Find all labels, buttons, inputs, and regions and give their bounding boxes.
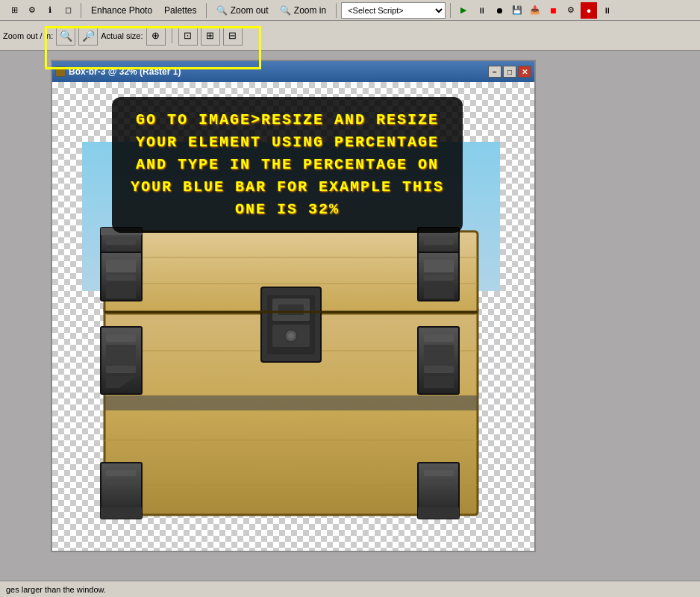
svg-rect-45 (278, 304, 304, 315)
actual-size-label: Actual size: (101, 31, 143, 40)
svg-rect-30 (424, 334, 454, 342)
pause2-button[interactable]: ⏸ (599, 2, 615, 19)
svg-rect-27 (106, 366, 136, 373)
close-button[interactable]: ✕ (518, 66, 531, 78)
menu-zoom-out[interactable]: 🔍 Zoom out (211, 3, 273, 18)
fit2-btn[interactable]: ⊞ (201, 26, 220, 46)
menu-enhance-photo[interactable]: Enhance Photo (86, 3, 157, 18)
minimize-button[interactable]: − (488, 66, 501, 78)
instruction-text: GO TO IMAGE>RESIZE AND RESIZE YOUR ELEME… (127, 109, 448, 221)
zoom-in-btn[interactable]: 🔎 (78, 26, 98, 46)
svg-marker-41 (424, 282, 454, 298)
main-area: Box-br-3 @ 32% (Raster 1) − □ ✕ (0, 51, 700, 581)
toolbar-sep (172, 28, 172, 43)
document-titlebar: Box-br-3 @ 32% (Raster 1) − □ ✕ (52, 61, 534, 82)
record-button[interactable]: ⏺ (491, 2, 507, 19)
zoom-out-btn[interactable]: 🔍 (56, 26, 75, 46)
svg-marker-26 (106, 345, 136, 362)
svg-rect-36 (106, 275, 136, 281)
menu-icon-2[interactable]: ⚙ (24, 2, 40, 19)
pause-button[interactable]: ⏸ (473, 2, 490, 19)
svg-marker-31 (424, 345, 454, 362)
svg-marker-37 (106, 282, 136, 298)
svg-rect-32 (424, 366, 454, 373)
svg-marker-33 (424, 376, 454, 388)
instruction-overlay: GO TO IMAGE>RESIZE AND RESIZE YOUR ELEME… (112, 97, 463, 233)
window-controls: − □ ✕ (488, 66, 531, 78)
svg-rect-11 (106, 239, 136, 245)
svg-marker-39 (424, 260, 454, 272)
import-button[interactable]: 📥 (527, 2, 543, 19)
svg-rect-22 (424, 479, 454, 485)
script-select[interactable]: <Select Script> (341, 2, 446, 19)
maximize-button[interactable]: □ (503, 66, 516, 78)
svg-rect-25 (106, 334, 136, 342)
separator-3 (336, 3, 337, 18)
menu-icon-4[interactable]: ◻ (60, 2, 76, 19)
svg-rect-40 (424, 275, 454, 281)
fit-btn[interactable]: ⊡ (178, 26, 198, 46)
separator-4 (450, 3, 451, 18)
settings-button[interactable]: ⚙ (563, 2, 579, 19)
fit3-btn[interactable]: ⊟ (223, 26, 243, 46)
svg-marker-23 (418, 507, 459, 519)
play-button[interactable]: ▶ (455, 2, 472, 19)
menu-zoom-in[interactable]: 🔍 Zoom in (275, 3, 331, 18)
status-text: ges larger than the window. (6, 585, 106, 594)
svg-rect-21 (424, 470, 454, 476)
actual-size-btn[interactable]: ⊕ (146, 26, 166, 46)
separator-1 (81, 3, 81, 18)
separator-2 (206, 3, 207, 18)
canvas-area: GO TO IMAGE>RESIZE AND RESIZE YOUR ELEME… (52, 82, 534, 551)
menu-icons-left: ⊞ ⚙ ℹ ◻ (6, 2, 76, 19)
status-bar: ges larger than the window. (0, 581, 700, 597)
document-window: Box-br-3 @ 32% (Raster 1) − □ ✕ (51, 60, 536, 552)
menu-icon-1[interactable]: ⊞ (6, 2, 22, 19)
document-title: Box-br-3 @ 32% (Raster 1) (55, 66, 181, 77)
menu-palettes[interactable]: Palettes (159, 3, 201, 18)
save-record-button[interactable]: 💾 (509, 2, 525, 19)
svg-rect-17 (106, 470, 136, 476)
svg-point-48 (288, 333, 294, 339)
svg-marker-35 (106, 260, 136, 272)
doc-icon (55, 66, 66, 77)
svg-rect-18 (106, 479, 136, 485)
svg-rect-49 (104, 396, 478, 410)
menu-icon-3[interactable]: ℹ (42, 2, 58, 19)
menu-bar: ⊞ ⚙ ℹ ◻ Enhance Photo Palettes 🔍 Zoom ou… (0, 0, 700, 21)
run-button[interactable]: ● (581, 2, 597, 19)
toolbar-row: Zoom out / in: 🔍 🔎 Actual size: ⊕ ⊡ ⊞ ⊟ (0, 21, 700, 51)
zoom-out-label: Zoom out / in: (3, 31, 53, 40)
stop-button[interactable]: ⏹ (545, 2, 561, 19)
svg-rect-14 (424, 239, 454, 245)
svg-marker-19 (101, 507, 142, 519)
